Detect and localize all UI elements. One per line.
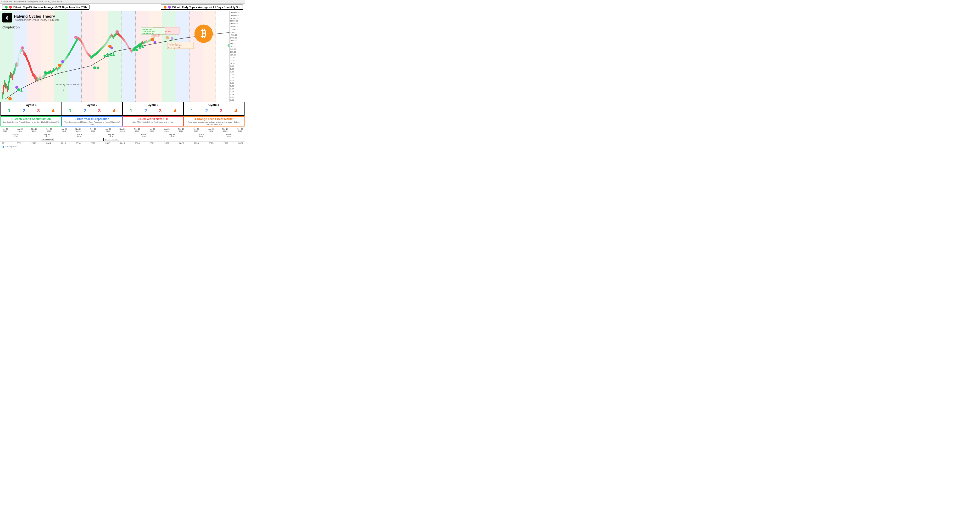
july-axis: July 9th,2011 July 9th,2012 First Halvin… [0,133,245,141]
svg-rect-92 [91,55,91,59]
svg-rect-10 [12,74,13,80]
svg-rect-44 [45,74,45,78]
svg-rect-102 [100,48,101,51]
svg-rect-41 [41,77,42,81]
year-2011: 2011 [2,142,7,144]
year-axis: 2011 2012 2013 2014 2015 2016 2017 2018 … [0,141,245,145]
date-group-2015: Nov 282015 [75,128,81,132]
svg-point-173 [115,30,119,34]
red-year-sub: New ATHs Made | Cycle Top Comes end of Y… [124,121,181,123]
year-2027: 2027 [238,142,243,144]
cycle4-num1: 1 [191,108,193,114]
svg-rect-101 [99,49,100,52]
legend-right: Bitcoin Early Tops = Average +/- 21 Days… [161,5,243,10]
green-year-title: 1 Green Year = Accumulation [2,117,60,121]
svg-rect-124 [121,36,121,38]
svg-marker-190 [110,52,112,56]
second-halving-label: Second Halving [103,138,119,141]
svg-text:Next Early Top =: Next Early Top = [142,29,152,30]
svg-rect-145 [141,42,142,45]
cycle2-block: Cycle 2 1 2 3 4 [62,102,123,115]
svg-rect-65 [65,59,65,62]
svg-text:Next Cycle Bottom =: Next Cycle Bottom = [168,43,181,45]
svg-rect-125 [122,37,123,40]
cycle1-num1: 1 [8,108,11,114]
cycle4-title: Cycle 4 [185,103,243,107]
svg-rect-22 [24,51,24,55]
svg-rect-126 [123,38,124,41]
svg-rect-17 [19,53,19,60]
svg-point-175 [8,97,12,100]
year-label-blue: 2 Blue Year = Preparation Time Spent Aro… [62,116,123,127]
svg-rect-9 [11,73,12,78]
svg-rect-99 [97,51,98,54]
year-label-green: 1 Green Year = Accumulation Best Cycle B… [0,116,62,127]
svg-rect-72 [71,48,72,51]
svg-rect-110 [108,39,108,43]
cycle4-block: Cycle 4 1 2 3 4 [184,102,244,115]
svg-rect-118 [115,33,116,37]
svg-rect-95 [93,54,94,57]
svg-rect-85 [84,45,84,49]
svg-rect-69 [68,53,69,56]
svg-rect-134 [130,49,131,52]
svg-rect-24 [25,53,26,58]
svg-rect-15 [17,63,18,67]
svg-rect-0 [2,92,3,99]
svg-rect-141 [137,45,138,48]
svg-rect-90 [89,53,89,56]
cycle-header-row: Cycle 1 1 2 3 4 Cycle 2 1 2 3 4 Cycle 3 … [1,102,244,115]
svg-rect-127 [124,39,124,42]
svg-rect-38 [39,76,40,79]
year-2015: 2015 [61,142,66,144]
cycle-section: Cycle 1 1 2 3 4 Cycle 2 1 2 3 4 Cycle 3 … [0,102,245,116]
svg-rect-7 [9,75,10,83]
svg-rect-4 [6,84,7,89]
date-group-2017: Nov 282017 [105,128,111,132]
svg-rect-33 [34,74,35,79]
svg-rect-89 [88,52,88,55]
svg-rect-82 [81,40,81,43]
year-2025: 2025 [208,142,213,144]
top-bar: CryptoCon_ published on TradingView.com,… [0,0,245,3]
svg-text:Expected price: 27k: Expected price: 27k [168,47,180,49]
cycle3-num3: 3 [159,108,162,114]
svg-rect-68 [67,54,68,58]
svg-rect-37 [38,78,38,81]
date-group-2019: Nov 282019 [134,128,140,132]
bitcoin-logo: ₿ [194,24,213,43]
btc-svg: ₿ [194,24,213,43]
svg-rect-70 [69,52,70,55]
svg-rect-150 [146,40,146,43]
svg-rect-103 [101,48,102,50]
svg-rect-2 [4,80,5,87]
svg-text:+/-21d Nov 28th, 2026: +/-21d Nov 28th, 2026 [168,45,182,47]
svg-rect-88 [87,51,88,54]
svg-point-166 [103,55,106,57]
cycle3-title: Cycle 3 [124,103,182,107]
time-axis-dates: Nov 282010 Nov 282011 Nov 282012 Nov 282… [0,127,245,133]
svg-rect-106 [104,44,105,48]
svg-rect-39 [40,75,40,79]
published-info: CryptoCon_ published on TradingView.com,… [2,0,67,3]
svg-rect-43 [43,75,44,78]
svg-rect-23 [24,52,25,56]
blue-year-sub: Time Spent Around Median | Price Advance… [64,121,121,125]
svg-rect-77 [76,39,77,43]
cycle1-num4: 4 [52,108,54,114]
svg-point-184 [170,37,173,40]
tv-logo: 📊 [2,145,4,148]
svg-rect-6 [8,81,9,90]
cycle4-num3: 3 [220,108,223,114]
legend-left-label: Bitcoin Tops/Bottoms = Average +/- 21 Da… [13,6,87,9]
svg-rect-123 [120,35,121,38]
svg-rect-11 [13,71,14,75]
svg-rect-25 [26,55,27,60]
red-year-title: 3 Red Year = New ATH [124,117,181,121]
svg-rect-67 [67,56,67,59]
svg-rect-149 [145,41,145,43]
july-2011: July 9th,2011 [13,133,20,141]
svg-text:138k: 138k [152,35,156,37]
svg-point-180 [15,86,18,89]
red-dot-icon [9,6,12,9]
